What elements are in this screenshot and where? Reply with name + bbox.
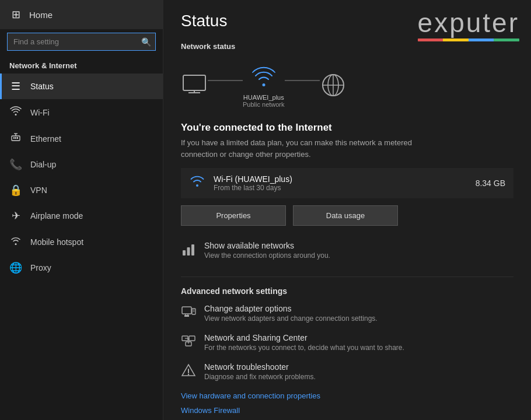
proxy-icon: 🌐 bbox=[9, 261, 22, 274]
windows-firewall-link[interactable]: Windows Firewall bbox=[181, 406, 240, 415]
sidebar-home-button[interactable]: ⊞ Home bbox=[0, 0, 163, 29]
network-status-label: Network status bbox=[181, 42, 513, 51]
wifi-router-icon: HUAWEI_plus Public network bbox=[243, 65, 285, 108]
logo-color-green bbox=[494, 38, 519, 41]
sidebar-item-wifi[interactable]: Wi-Fi bbox=[0, 99, 163, 125]
svg-rect-13 bbox=[183, 250, 186, 256]
wifi-usage-icon bbox=[189, 174, 205, 192]
svg-rect-2 bbox=[15, 137, 16, 139]
logo-underline bbox=[418, 38, 519, 41]
hotspot-icon bbox=[9, 235, 22, 249]
show-networks-sub: View the connection options around you. bbox=[204, 251, 330, 260]
adv-item-troubleshoot-title: Network troubleshooter bbox=[204, 362, 316, 372]
net-line-1 bbox=[208, 80, 243, 81]
sidebar: ⊞ Home 🔍 Network & Internet ☰ Status Wi-… bbox=[0, 0, 163, 420]
ethernet-icon bbox=[9, 132, 22, 145]
adv-item-adapter[interactable]: Change adapter options View network adap… bbox=[181, 304, 513, 323]
svg-rect-3 bbox=[17, 137, 18, 139]
exputer-logo: exputer bbox=[418, 9, 519, 41]
show-networks-row[interactable]: Show available networks View the connect… bbox=[181, 239, 513, 262]
net-line-2 bbox=[285, 80, 320, 81]
svg-point-29 bbox=[188, 374, 189, 375]
logo-color-yellow bbox=[443, 38, 469, 41]
logo-text: exputer bbox=[418, 8, 519, 38]
search-button[interactable]: 🔍 bbox=[141, 37, 151, 47]
logo-color-blue bbox=[469, 38, 494, 41]
wifi-usage-name: Wi-Fi (HUAWEI_plus) bbox=[214, 174, 467, 184]
sidebar-item-vpn[interactable]: 🔒 VPN bbox=[0, 177, 163, 203]
sidebar-section-title: Network & Internet bbox=[0, 57, 163, 74]
divider bbox=[181, 276, 513, 277]
connected-heading: You're connected to the Internet bbox=[181, 122, 513, 134]
adv-item-sharing-text: Network and Sharing Center For the netwo… bbox=[204, 333, 404, 352]
adv-item-adapter-text: Change adapter options View network adap… bbox=[204, 304, 378, 323]
svg-rect-6 bbox=[183, 75, 205, 90]
dialup-icon: 📞 bbox=[9, 158, 22, 171]
adv-item-troubleshoot[interactable]: Network troubleshooter Diagnose and fix … bbox=[181, 362, 513, 381]
networks-text: Show available networks View the connect… bbox=[204, 241, 330, 260]
svg-rect-1 bbox=[13, 137, 15, 139]
svg-rect-24 bbox=[189, 336, 195, 341]
sidebar-item-label-airplane: Airplane mode bbox=[30, 211, 83, 220]
vpn-icon: 🔒 bbox=[9, 184, 22, 197]
data-usage-button[interactable]: Data usage bbox=[293, 205, 398, 226]
sidebar-item-label-ethernet: Ethernet bbox=[30, 134, 61, 144]
troubleshoot-icon bbox=[181, 363, 196, 380]
wifi-data-size: 8.34 GB bbox=[476, 178, 505, 188]
sidebar-item-label-vpn: VPN bbox=[30, 186, 47, 195]
search-input[interactable] bbox=[7, 33, 156, 51]
computer-icon bbox=[181, 74, 208, 99]
sidebar-item-ethernet[interactable]: Ethernet bbox=[0, 125, 163, 152]
sidebar-item-label-status: Status bbox=[30, 82, 54, 91]
sidebar-item-label-proxy: Proxy bbox=[30, 263, 51, 272]
adapter-icon bbox=[181, 305, 196, 321]
sharing-icon bbox=[181, 334, 196, 350]
network-type: Public network bbox=[243, 101, 285, 108]
adv-item-troubleshoot-text: Network troubleshooter Diagnose and fix … bbox=[204, 362, 316, 381]
wifi-icon bbox=[9, 106, 22, 119]
home-icon: ⊞ bbox=[9, 8, 22, 21]
sidebar-item-hotspot[interactable]: Mobile hotspot bbox=[0, 229, 163, 255]
sidebar-item-airplane[interactable]: ✈ Airplane mode bbox=[0, 203, 163, 229]
wifi-usage-days: From the last 30 days bbox=[214, 184, 467, 192]
networks-icon bbox=[181, 242, 196, 260]
globe-icon bbox=[320, 72, 347, 101]
wifi-usage-card: Wi-Fi (HUAWEI_plus) From the last 30 day… bbox=[181, 168, 513, 198]
airplane-icon: ✈ bbox=[9, 209, 22, 222]
wifi-name: HUAWEI_plus bbox=[243, 94, 284, 101]
adv-item-sharing-title: Network and Sharing Center bbox=[204, 333, 404, 342]
adv-item-sharing-sub: For the networks you connect to, decide … bbox=[204, 344, 404, 352]
status-icon: ☰ bbox=[9, 80, 22, 93]
sidebar-item-status[interactable]: ☰ Status bbox=[0, 74, 163, 99]
sidebar-item-label-hotspot: Mobile hotspot bbox=[30, 237, 83, 247]
search-container: 🔍 bbox=[7, 33, 156, 51]
adv-section-title: Advanced network settings bbox=[181, 286, 513, 296]
adv-item-sharing[interactable]: Network and Sharing Center For the netwo… bbox=[181, 333, 513, 352]
sidebar-item-label-dialup: Dial-up bbox=[30, 160, 56, 169]
network-diagram: HUAWEI_plus Public network bbox=[181, 60, 513, 113]
home-label: Home bbox=[29, 10, 53, 20]
logo-color-red bbox=[418, 38, 443, 41]
svg-rect-15 bbox=[191, 244, 194, 256]
connected-subtext: If you have a limited data plan, you can… bbox=[181, 137, 426, 160]
sidebar-item-dialup[interactable]: 📞 Dial-up bbox=[0, 152, 163, 177]
svg-rect-14 bbox=[187, 247, 190, 256]
svg-rect-17 bbox=[184, 315, 189, 317]
sidebar-item-proxy[interactable]: 🌐 Proxy bbox=[0, 255, 163, 281]
properties-button[interactable]: Properties bbox=[181, 205, 286, 226]
sidebar-item-label-wifi: Wi-Fi bbox=[30, 108, 50, 117]
show-networks-label: Show available networks bbox=[204, 241, 330, 250]
hardware-properties-link[interactable]: View hardware and connection properties bbox=[181, 391, 320, 400]
action-buttons: Properties Data usage bbox=[181, 205, 513, 226]
adv-item-adapter-title: Change adapter options bbox=[204, 304, 378, 313]
adv-item-troubleshoot-sub: Diagnose and fix network problems. bbox=[204, 373, 316, 381]
main-content: exputer Status Network status bbox=[163, 0, 531, 420]
svg-rect-16 bbox=[182, 307, 191, 314]
wifi-usage-info: Wi-Fi (HUAWEI_plus) From the last 30 day… bbox=[214, 174, 467, 192]
adv-item-adapter-sub: View network adapters and change connect… bbox=[204, 314, 378, 323]
